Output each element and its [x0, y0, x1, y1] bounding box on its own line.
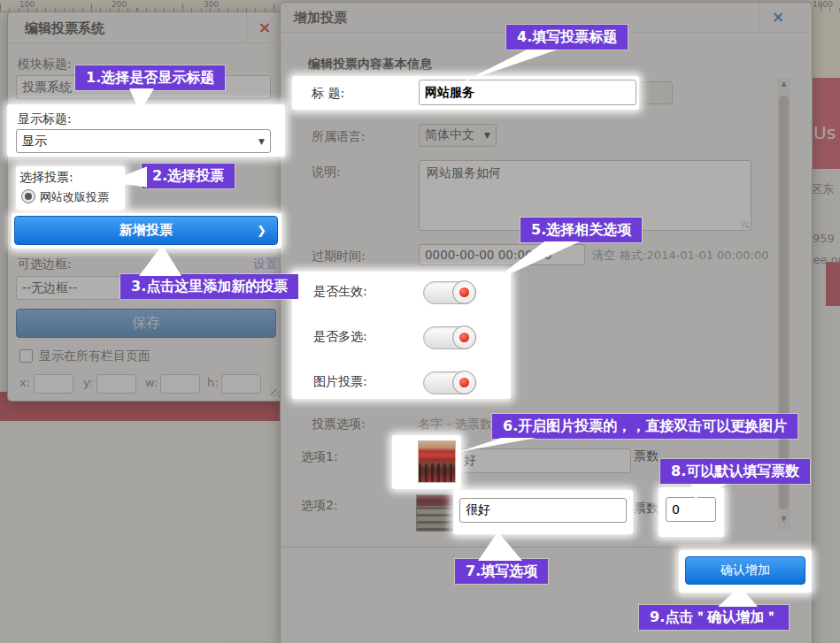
- title-input[interactable]: 网站服务: [419, 80, 636, 105]
- vote-options-label: 投票选项:: [312, 417, 366, 432]
- save-button[interactable]: 保存: [16, 309, 276, 338]
- option2-label: 选项2:: [301, 498, 338, 514]
- background-contact-heading: Us: [813, 122, 836, 143]
- add-dialog-title: 增加投票: [294, 10, 347, 27]
- confirm-add-button-label: 确认增加: [721, 563, 770, 578]
- toggle-red-dot-icon: [459, 378, 469, 387]
- callout-3: 3.点击这里添加新的投票: [120, 274, 298, 299]
- toggle-knob-icon: [452, 280, 476, 304]
- border-select-value: --无边框--: [22, 280, 77, 296]
- toggle-red-dot-icon: [459, 333, 469, 342]
- chevron-down-icon: ▼: [258, 137, 265, 146]
- border-settings-link[interactable]: 设置: [253, 256, 278, 272]
- callout-6: 6.开启图片投票的，，直接双击可以更换图片: [492, 414, 798, 439]
- option1-image[interactable]: [418, 440, 456, 483]
- add-vote-highlight: 新增投票 ❯: [12, 213, 281, 249]
- scroll-down-icon[interactable]: ▼: [777, 515, 790, 523]
- coord-h-input[interactable]: [221, 374, 261, 394]
- divider: [8, 42, 284, 43]
- coord-w-input[interactable]: [160, 374, 200, 394]
- language-select[interactable]: 简体中文 ▼: [419, 124, 497, 147]
- coord-w-label: w:: [145, 376, 158, 389]
- background-red-patch: [826, 262, 840, 306]
- confirm-add-button[interactable]: 确认增加: [685, 556, 805, 585]
- ruler-mark: 100: [19, 0, 35, 9]
- ruler-mark: 300: [204, 0, 219, 9]
- callout-4: 4.填写投票标题: [506, 25, 628, 50]
- select-vote-label: 选择投票:: [19, 170, 73, 186]
- callout-9: 9.点击＂确认增加＂: [639, 605, 789, 630]
- vote-options-hint: 名字 - 选票数 /: [418, 417, 500, 432]
- add-dialog-close-icon[interactable]: ×: [767, 8, 790, 26]
- active-toggle[interactable]: [423, 281, 476, 304]
- tutorial-screenshot: 100 200 300 1000 Us 区东 959 iee.or 编辑投票系统…: [0, 0, 840, 643]
- option1-label: 选项1:: [301, 449, 338, 465]
- multi-select-toggle[interactable]: [423, 326, 476, 349]
- photo-people-texture: [419, 463, 455, 482]
- ruler-mark: 200: [112, 0, 127, 9]
- ruler-mark: 1000: [813, 0, 833, 9]
- title-field-stub: [641, 81, 673, 104]
- scrollbar-thumb[interactable]: [779, 96, 789, 509]
- description-label: 说明:: [312, 165, 341, 180]
- save-button-label: 保存: [132, 314, 160, 333]
- footer-divider: [281, 547, 810, 547]
- add-vote-button[interactable]: 新增投票 ❯: [14, 216, 278, 245]
- format-hint: 格式:2014-01-01 00:00:00: [620, 248, 768, 264]
- option2-image[interactable]: [416, 494, 454, 532]
- toggle-knob-icon: [452, 325, 476, 349]
- option1-input[interactable]: 好: [458, 448, 631, 473]
- edit-dialog-close-icon[interactable]: ×: [251, 18, 278, 36]
- votes-input[interactable]: 0: [666, 497, 716, 522]
- title-field-highlight: 标 题: 网站服务: [292, 76, 639, 110]
- callout-7: 7.填写选项: [455, 559, 548, 584]
- border-label: 可选边框:: [18, 256, 72, 272]
- coord-y-label: y:: [83, 376, 93, 389]
- display-title-select[interactable]: 显示 ▼: [16, 129, 271, 153]
- option1-image-highlight: [392, 435, 461, 489]
- chevron-right-icon: ❯: [257, 224, 266, 237]
- toggle-knob-icon: [452, 371, 476, 394]
- callout-1: 1.选择是否显示标题: [75, 65, 225, 90]
- expire-label: 过期时间:: [312, 249, 366, 264]
- show-all-pages-checkbox[interactable]: [19, 349, 33, 363]
- callout-5: 5.选择相关选项: [520, 218, 642, 242]
- add-vote-button-label: 新增投票: [119, 222, 173, 239]
- select-vote-highlight: 选择投票: 网站改版投票: [16, 166, 125, 210]
- coord-x-input[interactable]: [34, 374, 73, 394]
- coord-x-label: x:: [19, 376, 30, 389]
- active-label: 是否生效:: [313, 284, 367, 300]
- confirm-button-highlight: 确认增加: [679, 550, 812, 593]
- divider: [759, 3, 760, 32]
- votes-input-highlight: 0: [659, 487, 724, 537]
- divider: [246, 12, 247, 42]
- background-domain-text: iee.or: [810, 253, 840, 266]
- show-all-pages-label: 显示在所有栏目页面: [39, 348, 150, 364]
- coord-h-label: h:: [207, 376, 219, 389]
- textarea-resize-icon[interactable]: [742, 221, 749, 228]
- edit-dialog-title: 编辑投票系统: [25, 20, 104, 37]
- title-label: 标 题:: [312, 86, 344, 102]
- display-title-highlight: 显示标题: 显示 ▼: [7, 104, 285, 157]
- toggles-highlight: 是否生效: 是否多选: 图片投票:: [292, 272, 511, 399]
- chevron-down-icon: ▼: [484, 131, 490, 140]
- module-title-label: 模块标题:: [18, 57, 72, 73]
- option1-votes-label: 票数: [634, 448, 659, 464]
- option2-input[interactable]: 很好: [459, 498, 627, 523]
- dialog-resize-handle[interactable]: [271, 389, 281, 397]
- display-title-label: 显示标题:: [18, 111, 72, 127]
- background-phone-text: 959: [813, 232, 835, 245]
- vote-radio[interactable]: [21, 189, 35, 203]
- image-vote-toggle[interactable]: [423, 371, 476, 394]
- callout-2: 2.选择投票: [142, 164, 235, 188]
- toggle-red-dot-icon: [459, 287, 469, 297]
- scroll-up-icon[interactable]: ▲: [777, 80, 790, 88]
- coord-y-input[interactable]: [96, 374, 136, 394]
- display-title-select-value: 显示: [22, 134, 47, 149]
- callout-8: 8.可以默认填写票数: [660, 459, 810, 484]
- background-address-text: 区东: [811, 181, 834, 197]
- vote-radio-label: 网站改版投票: [40, 189, 109, 205]
- clear-link[interactable]: 清空: [592, 248, 615, 264]
- image-vote-label: 图片投票:: [313, 374, 367, 390]
- section-title: 编辑投票内容基本信息: [308, 57, 432, 73]
